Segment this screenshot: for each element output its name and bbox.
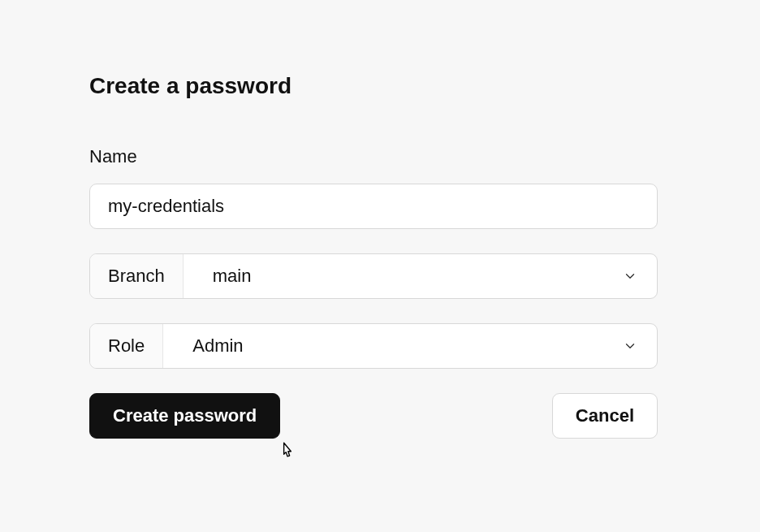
create-password-button[interactable]: Create password [89, 393, 280, 439]
role-label: Role [90, 324, 163, 368]
role-select-toggle[interactable]: Admin [163, 324, 657, 368]
branch-select[interactable]: Branch main [89, 253, 658, 299]
chevron-down-icon [623, 269, 637, 283]
cancel-button[interactable]: Cancel [552, 393, 658, 439]
branch-value: main [213, 266, 252, 287]
create-password-form: Create a password Name Branch main Role … [89, 73, 658, 439]
role-select[interactable]: Role Admin [89, 323, 658, 369]
name-label: Name [89, 146, 658, 167]
branch-label: Branch [90, 254, 184, 298]
button-row: Create password Cancel [89, 393, 658, 439]
branch-select-toggle[interactable]: main [184, 254, 657, 298]
form-title: Create a password [89, 73, 658, 99]
name-input[interactable] [89, 184, 658, 229]
chevron-down-icon [623, 339, 637, 353]
pointer-cursor-icon [276, 439, 299, 461]
role-value: Admin [192, 335, 243, 357]
